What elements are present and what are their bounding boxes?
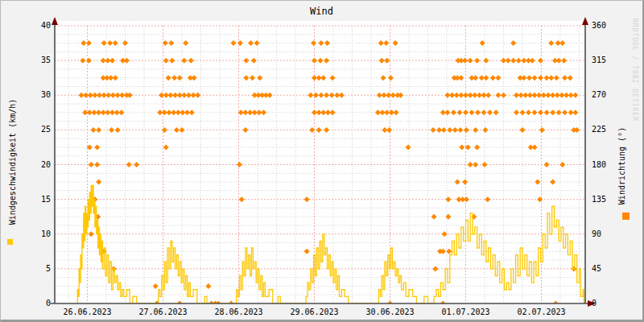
right-axis-tick-135: 135 (592, 195, 606, 204)
right-axis-tick-270: 270 (592, 90, 606, 100)
left-axis-tick-20: 20 (23, 160, 51, 170)
wind-chart-plot (1, 1, 644, 322)
right-axis-label: Windrichtung (°) (617, 127, 626, 204)
x-axis-date-label: 02.07.2023 (506, 308, 578, 316)
speed-legend-swatch (7, 239, 13, 245)
right-axis-tick-225: 225 (592, 125, 606, 134)
left-axis-tick-5: 5 (23, 264, 51, 274)
left-axis-label: Windgeschwindigkeit (km/h) (8, 99, 17, 225)
left-axis-tick-30: 30 (23, 90, 51, 100)
left-axis-tick-10: 10 (23, 229, 51, 239)
wind-chart-window: Wind Windgeschwindigkeit (km/h) Windrich… (0, 0, 644, 322)
x-axis-date-label: 01.07.2023 (430, 308, 502, 316)
right-axis-tick-0: 0 (592, 299, 597, 308)
rrdtool-watermark: RRDTOOL / TOBI OETIKER (631, 19, 638, 122)
x-axis-date-label: 30.06.2023 (354, 308, 427, 316)
right-axis-tick-180: 180 (592, 160, 606, 170)
x-axis-date-label: 26.06.2023 (52, 308, 124, 316)
chart-title: Wind (1, 6, 642, 17)
direction-legend-swatch (622, 213, 630, 220)
x-axis-date-label: 29.06.2023 (279, 308, 351, 316)
left-axis-tick-15: 15 (23, 195, 51, 204)
left-axis-tick-40: 40 (23, 21, 51, 31)
left-axis-tick-25: 25 (23, 125, 51, 134)
right-axis-tick-315: 315 (592, 56, 606, 65)
right-axis-tick-90: 90 (592, 229, 601, 239)
right-axis-tick-360: 360 (592, 21, 606, 31)
x-axis-date-label: 27.06.2023 (127, 308, 200, 316)
right-axis-tick-45: 45 (592, 264, 601, 274)
left-axis-tick-35: 35 (23, 56, 51, 65)
x-axis-date-label: 28.06.2023 (203, 308, 275, 316)
left-axis-tick-0: 0 (23, 299, 51, 308)
